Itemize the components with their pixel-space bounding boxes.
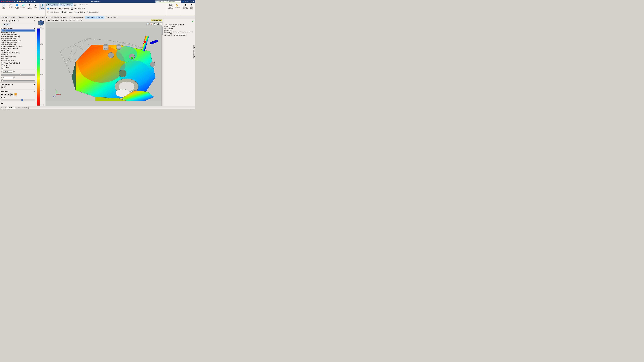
tab-mbd[interactable]: MBD Dimensions: [34, 16, 49, 19]
result-shear-rate[interactable]: Shear Rate at End of Fill: [1, 43, 35, 45]
mold-visibility-button[interactable]: 👁 Mold Visibility: [58, 7, 70, 10]
nav-prev[interactable]: ◀: [2, 107, 3, 109]
win-restore[interactable]: ❐: [190, 1, 192, 2]
air-traps-checkbox-item[interactable]: Air Traps: [1, 66, 35, 69]
weld-lines-checkbox[interactable]: [1, 64, 3, 66]
result-gate-filling[interactable]: Gate Filling Contribution: [1, 56, 35, 58]
tab-plastics[interactable]: SOLIDWORKS Plastics: [85, 16, 104, 19]
right-tab1[interactable]: ▶: [194, 45, 195, 49]
search-dropdown-icon[interactable]: ▼: [179, 1, 180, 2]
panel-collapse-btn[interactable]: ✓: [1, 19, 4, 22]
upper-value-input[interactable]: [3, 70, 12, 72]
video-recording-button[interactable]: 🎬 VideoRecording: [167, 3, 174, 10]
qa-undo[interactable]: ↩: [28, 0, 31, 2]
tab-motion-study[interactable]: Motion Study 1: [15, 107, 28, 109]
runner-visibility-button[interactable]: 👁 Runner Visibility: [60, 3, 73, 6]
tab-model[interactable]: Model: [7, 107, 15, 109]
qa-open[interactable]: 📂: [19, 0, 22, 2]
available-results-header[interactable]: Available Results ▲: [1, 27, 35, 29]
polymer-button[interactable]: 🧪 Polymer: [20, 3, 26, 8]
copy-settings-button[interactable]: 📋 Copy Settings: [73, 11, 86, 13]
fill-settings-button[interactable]: ⚙ FillSettings: [26, 3, 32, 10]
slider1-scroll[interactable]: [1, 75, 35, 76]
anim-slider[interactable]: [1, 99, 35, 101]
upper-spin-up[interactable]: ▲: [12, 70, 15, 71]
batch-manager-button[interactable]: 📋 Batch Manager: [46, 11, 60, 13]
result-temp-cooling[interactable]: Temperature at End of Cooling: [1, 52, 35, 54]
slider2-scroll[interactable]: [1, 81, 35, 82]
result-pressure-eof[interactable]: Pressure at End of Fill: [1, 31, 35, 33]
nav-next[interactable]: ▶: [4, 107, 5, 109]
anim-stop-btn[interactable]: ⏹: [7, 93, 10, 96]
viewport-vscrollbar[interactable]: [162, 22, 163, 106]
duplicate-study-button[interactable]: 📋 Duplicate Study: [86, 11, 99, 13]
win-minimize[interactable]: —: [188, 1, 190, 2]
clipping-header[interactable]: Clipping Options ▲: [1, 83, 35, 85]
create-mesh-button[interactable]: 🔷 CreateMesh: [14, 3, 20, 10]
anim-icon1[interactable]: ⊞: [1, 96, 2, 98]
help-icon[interactable]: ?: [184, 0, 186, 2]
upper-slider-thumb[interactable]: [20, 73, 21, 75]
velocity-vector-checkbox[interactable]: [1, 62, 3, 64]
flow-tab-button[interactable]: ▶ Flow: [3, 23, 10, 26]
nav-first[interactable]: |◀: [0, 107, 2, 109]
cavity-visibility-button[interactable]: 👁 Cavity Visibility: [46, 3, 59, 6]
result-shear-stress[interactable]: Shear Stress at End of Fill: [1, 41, 35, 43]
boundary-button[interactable]: ⬡ Boundar...: [7, 3, 14, 8]
tab-features[interactable]: Features: [0, 16, 9, 19]
vp-tool-4[interactable]: 🔲: [156, 22, 160, 25]
search-input[interactable]: [158, 1, 178, 2]
result-sink-marks[interactable]: Sink Marks: [1, 54, 35, 56]
panel-icon-btn2[interactable]: ≡: [4, 20, 5, 22]
lower-spin-down[interactable]: ▼: [12, 78, 15, 79]
qa-save[interactable]: 💾: [22, 0, 24, 2]
velocity-vector-checkbox-item[interactable]: Velocity Vector at End of Fill: [1, 62, 35, 64]
clip-box-icon[interactable]: ◫: [4, 86, 6, 89]
vscrollbar-thumb[interactable]: [162, 26, 163, 34]
result-fill-time[interactable]: Fill Time: [1, 29, 35, 31]
upper-spin-down[interactable]: ▼: [12, 71, 15, 73]
clear-study-button[interactable]: 🗑 ClearStudy: [188, 3, 194, 10]
tab-evaluate[interactable]: Evaluate: [25, 16, 34, 19]
anim-next-btn[interactable]: ⏭: [10, 93, 14, 96]
flow-button[interactable]: ▶ Flow: [32, 3, 38, 8]
new-study-button[interactable]: 📄 NewStudy: [1, 3, 7, 10]
tab-markup[interactable]: Markup: [17, 16, 25, 19]
measure-button[interactable]: 📐 Measure: [174, 3, 180, 10]
qa-redo[interactable]: ↪: [31, 0, 33, 2]
panel-help-icon[interactable]: ?: [34, 20, 35, 22]
vp-tool-3[interactable]: ⊕: [154, 22, 156, 25]
result-freezing-time[interactable]: Freezing Time at End of Fill: [1, 48, 35, 50]
right-tab2[interactable]: ▶: [194, 50, 195, 54]
panel-scroll-left[interactable]: ◀: [1, 102, 2, 104]
right-tab3[interactable]: ▶: [194, 54, 195, 58]
lower-slider-thumb[interactable]: [2, 79, 3, 81]
anim-icon2[interactable]: ◫: [3, 96, 5, 98]
tab-flow-sim[interactable]: Flow Simulation: [104, 16, 118, 19]
lower-value-input[interactable]: [3, 77, 12, 79]
flow-results-button[interactable]: 📊 FlowResults: [39, 3, 45, 10]
panel-icon-btn6[interactable]: ⚙: [12, 20, 13, 22]
result-vol-shrinkage[interactable]: Volumetric Shrinkage at End of Fill: [1, 45, 35, 48]
tab-sketch[interactable]: Sketch: [9, 16, 17, 19]
search-box[interactable]: 🔍 ▼: [155, 0, 181, 3]
confirm-icon[interactable]: ✓: [1, 23, 2, 26]
result-ease-fill[interactable]: Ease of Fill: [1, 58, 35, 60]
settings-help-button[interactable]: ⚙ Settingsand Help: [182, 3, 188, 10]
qa-print[interactable]: 🖨: [25, 0, 28, 2]
clip-plane-icon[interactable]: ▦: [1, 86, 3, 89]
nav-last[interactable]: ▶|: [5, 107, 6, 109]
animation-header[interactable]: Animation ▲: [1, 91, 35, 92]
result-cooling-time[interactable]: Cooling Time: [1, 50, 35, 52]
anim-play-btn[interactable]: ▶: [1, 93, 3, 96]
qa-settings[interactable]: ⚙: [34, 0, 36, 2]
orientation-cube[interactable]: Top: [38, 19, 44, 26]
mesh-model-button[interactable]: 🔷 Mesh Model: [46, 7, 58, 10]
panel-icon-btn5[interactable]: ◯: [9, 20, 11, 22]
tab-addins[interactable]: SOLIDWORKS Add-Ins: [49, 16, 68, 19]
tab-analysis[interactable]: Analysis Preparation: [68, 16, 85, 19]
panel-icon-btn3[interactable]: ⊞: [6, 20, 7, 22]
panel-scroll-right[interactable]: ▶: [2, 102, 4, 104]
user-icon[interactable]: 👤: [182, 0, 184, 2]
transparent-model-button[interactable]: 🔲 Transparent Model: [70, 7, 85, 10]
